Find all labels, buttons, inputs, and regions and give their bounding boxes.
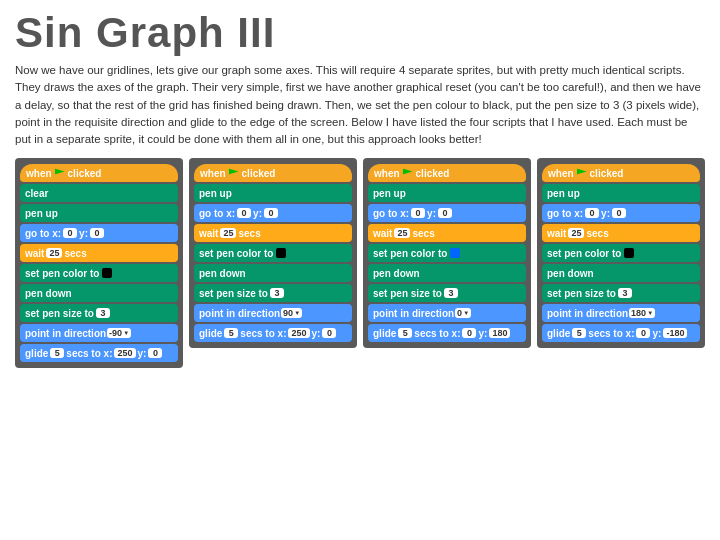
wait-block-4: wait 25 secs xyxy=(542,224,700,242)
glide-y-2: 0 xyxy=(322,328,336,338)
pen-up-block-2: pen up xyxy=(194,184,352,202)
event-block-4: when clicked xyxy=(542,164,700,182)
set-pen-color-3: set pen color to xyxy=(368,244,526,262)
glide-block-1: glide 5 secs to x: 250 y: 0 xyxy=(20,344,178,362)
point-direction-3: point in direction 0 xyxy=(368,304,526,322)
glide-x-3: 0 xyxy=(462,328,476,338)
set-pen-size-4: set pen size to 3 xyxy=(542,284,700,302)
wait-block-3: wait 25 secs xyxy=(368,224,526,242)
point-direction-1: point in direction -90 xyxy=(20,324,178,342)
flag-icon-1 xyxy=(55,168,65,178)
glide-x-4: 0 xyxy=(636,328,650,338)
goto-block-3: go to x: 0 y: 0 xyxy=(368,204,526,222)
pen-down-block-2: pen down xyxy=(194,264,352,282)
event-block-3: when clicked xyxy=(368,164,526,182)
pen-down-block-4: pen down xyxy=(542,264,700,282)
goto-x-3: 0 xyxy=(411,208,425,218)
goto-y-4: 0 xyxy=(612,208,626,218)
point-direction-4: point in direction 180 xyxy=(542,304,700,322)
flag-icon-4 xyxy=(577,168,587,178)
direction-dropdown-3[interactable]: 0 xyxy=(455,308,471,318)
when-label: when xyxy=(26,168,52,179)
event-block-2: when clicked xyxy=(194,164,352,182)
direction-dropdown-1[interactable]: -90 xyxy=(107,328,131,338)
glide-secs-2: 5 xyxy=(224,328,238,338)
glide-block-2: glide 5 secs to x: 250 y: 0 xyxy=(194,324,352,342)
wait-val-3: 25 xyxy=(394,228,410,238)
clicked-label-4: clicked xyxy=(590,168,624,179)
pen-down-block-1: pen down xyxy=(20,284,178,302)
script-block-1: when clicked clear pen up go to x: 0 y: … xyxy=(15,158,183,368)
pen-size-val-2: 3 xyxy=(270,288,284,298)
page-title: Sin Graph III xyxy=(15,10,705,56)
wait-block-1: wait 25 secs xyxy=(20,244,178,262)
glide-secs-3: 5 xyxy=(398,328,412,338)
pen-down-block-3: pen down xyxy=(368,264,526,282)
glide-y-4: -180 xyxy=(663,328,687,338)
set-pen-size-1: set pen size to 3 xyxy=(20,304,178,322)
clicked-label-3: clicked xyxy=(416,168,450,179)
flag-icon-3 xyxy=(403,168,413,178)
set-pen-color-2: set pen color to xyxy=(194,244,352,262)
pen-size-val-1: 3 xyxy=(96,308,110,318)
flag-icon-2 xyxy=(229,168,239,178)
wait-val-1: 25 xyxy=(46,248,62,258)
wait-val-2: 25 xyxy=(220,228,236,238)
pen-size-val-4: 3 xyxy=(618,288,632,298)
wait-val-4: 25 xyxy=(568,228,584,238)
script-block-3: when clicked pen up go to x: 0 y: 0 wait… xyxy=(363,158,531,348)
scripts-area: when clicked clear pen up go to x: 0 y: … xyxy=(15,158,705,530)
when-label-3: when xyxy=(374,168,400,179)
set-pen-size-3: set pen size to 3 xyxy=(368,284,526,302)
glide-block-4: glide 5 secs to x: 0 y: -180 xyxy=(542,324,700,342)
glide-y-3: 180 xyxy=(489,328,510,338)
goto-y-1: 0 xyxy=(90,228,104,238)
clicked-label-2: clicked xyxy=(242,168,276,179)
set-pen-size-2: set pen size to 3 xyxy=(194,284,352,302)
clear-block-1: clear xyxy=(20,184,178,202)
goto-block-1: go to x: 0 y: 0 xyxy=(20,224,178,242)
pen-size-val-3: 3 xyxy=(444,288,458,298)
glide-secs-1: 5 xyxy=(50,348,64,358)
direction-dropdown-2[interactable]: 90 xyxy=(281,308,302,318)
event-block-1: when clicked xyxy=(20,164,178,182)
script-block-2: when clicked pen up go to x: 0 y: 0 wait… xyxy=(189,158,357,348)
when-label-2: when xyxy=(200,168,226,179)
goto-block-4: go to x: 0 y: 0 xyxy=(542,204,700,222)
pen-up-block-4: pen up xyxy=(542,184,700,202)
glide-x-2: 250 xyxy=(288,328,309,338)
clicked-label: clicked xyxy=(68,168,102,179)
when-label-4: when xyxy=(548,168,574,179)
set-pen-color-1: set pen color to xyxy=(20,264,178,282)
goto-y-2: 0 xyxy=(264,208,278,218)
wait-block-2: wait 25 secs xyxy=(194,224,352,242)
script-block-4: when clicked pen up go to x: 0 y: 0 wait… xyxy=(537,158,705,348)
goto-block-2: go to x: 0 y: 0 xyxy=(194,204,352,222)
goto-x-4: 0 xyxy=(585,208,599,218)
glide-block-3: glide 5 secs to x: 0 y: 180 xyxy=(368,324,526,342)
glide-x-1: 250 xyxy=(114,348,135,358)
goto-x-1: 0 xyxy=(63,228,77,238)
point-direction-2: point in direction 90 xyxy=(194,304,352,322)
page-container: Sin Graph III Now we have our gridlines,… xyxy=(0,0,720,540)
pen-color-box-4 xyxy=(624,248,634,258)
pen-color-box-1 xyxy=(102,268,112,278)
goto-x-2: 0 xyxy=(237,208,251,218)
pen-up-block-1: pen up xyxy=(20,204,178,222)
goto-y-3: 0 xyxy=(438,208,452,218)
pen-up-block-3: pen up xyxy=(368,184,526,202)
pen-color-box-3 xyxy=(450,248,460,258)
pen-color-box-2 xyxy=(276,248,286,258)
page-description: Now we have our gridlines, lets give our… xyxy=(15,62,705,148)
glide-secs-4: 5 xyxy=(572,328,586,338)
direction-dropdown-4[interactable]: 180 xyxy=(629,308,655,318)
set-pen-color-4: set pen color to xyxy=(542,244,700,262)
glide-y-1: 0 xyxy=(148,348,162,358)
